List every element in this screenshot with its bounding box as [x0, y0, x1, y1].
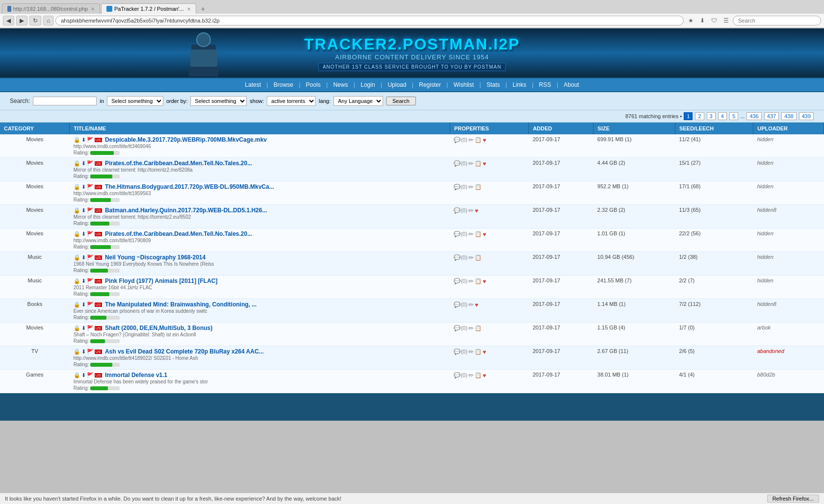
copy-icon[interactable]: 📋	[475, 184, 482, 190]
url-bar[interactable]	[55, 16, 684, 25]
download-icon[interactable]: ⬇	[81, 349, 86, 355]
nav-about[interactable]: About	[560, 81, 583, 88]
torrent-title-link[interactable]: Pirates.of.the.Caribbean.Dead.Men.Tell.N…	[105, 160, 252, 167]
comment-icon[interactable]: 💬(0)	[454, 372, 467, 378]
copy-icon[interactable]: 📋	[475, 231, 482, 237]
torrent-title-link[interactable]: Neil Young ~Discography 1968-2014	[105, 254, 206, 261]
nav-browse[interactable]: Browse	[270, 81, 297, 88]
search-input[interactable]	[33, 97, 97, 105]
search-lang-select[interactable]: Any Language English German	[334, 96, 383, 106]
page-link-436[interactable]: 436	[747, 112, 761, 120]
edit-icon[interactable]: ✏	[468, 277, 474, 285]
home-button[interactable]: ⌂	[43, 16, 53, 25]
comment-icon[interactable]: 💬(0)	[454, 325, 467, 331]
nav-latest[interactable]: Latest	[241, 81, 265, 88]
heart-icon[interactable]: ♥	[483, 160, 486, 167]
edit-icon[interactable]: ✏	[468, 207, 474, 214]
menu-icon[interactable]: ☰	[721, 16, 731, 25]
comment-icon[interactable]: 💬(0)	[454, 278, 467, 284]
copy-icon[interactable]: 📋	[475, 325, 482, 331]
nav-upload[interactable]: Upload	[384, 81, 410, 88]
tab-1[interactable]: http://192.168...080/control.php ✕	[2, 3, 100, 14]
page-link-1[interactable]: 1	[684, 112, 693, 120]
browser-search-input[interactable]	[733, 16, 821, 25]
heart-icon[interactable]: ♥	[475, 207, 478, 214]
forward-button[interactable]: ▶	[16, 16, 27, 25]
search-button[interactable]: Search	[386, 97, 416, 105]
heart-icon[interactable]: ♥	[483, 278, 486, 285]
edit-icon[interactable]: ✏	[468, 254, 474, 261]
torrent-title-link[interactable]: The.Hitmans.Bodyguard.2017.720p.WEB-DL.9…	[105, 183, 274, 190]
copy-icon[interactable]: 📋	[475, 160, 482, 167]
download-icon[interactable]: ⬇	[81, 137, 86, 143]
edit-icon[interactable]: ✏	[468, 348, 474, 355]
torrent-title-link[interactable]: The Manipulated Mind: Brainwashing, Cond…	[105, 301, 257, 308]
tab-2-close[interactable]: ✕	[187, 6, 191, 12]
tab-1-close[interactable]: ✕	[91, 6, 95, 12]
bookmark-icon[interactable]: ★	[686, 16, 695, 25]
search-in-select[interactable]: Select something	[107, 96, 163, 106]
page-link-437[interactable]: 437	[764, 112, 779, 120]
download-icon[interactable]: ⬇	[81, 302, 86, 308]
comment-icon[interactable]: 💬(0)	[454, 160, 467, 167]
edit-icon[interactable]: ✏	[468, 372, 474, 379]
copy-icon[interactable]: 📋	[475, 254, 482, 261]
new-tab-button[interactable]: +	[197, 4, 209, 14]
comment-icon[interactable]: 💬(0)	[454, 207, 467, 214]
edit-icon[interactable]: ✏	[468, 301, 474, 308]
page-link-5[interactable]: 5	[729, 112, 738, 120]
search-show-select[interactable]: active torrents all torrents dead torren…	[267, 96, 316, 106]
edit-icon[interactable]: ✏	[468, 183, 474, 191]
torrent-title-link[interactable]: Shaft (2000, DE,EN,MultiSub, 3 Bonus)	[105, 325, 212, 331]
copy-icon[interactable]: 📋	[475, 137, 482, 143]
copy-icon[interactable]: 📋	[475, 278, 482, 284]
nav-login[interactable]: Login	[357, 81, 379, 88]
torrent-title-link[interactable]: Pirates.of.the.Caribbean.Dead.Men.Tell.N…	[105, 230, 252, 237]
page-link-2[interactable]: 2	[695, 112, 704, 120]
download-icon[interactable]: ⬇	[81, 207, 86, 214]
copy-icon[interactable]: 📋	[475, 372, 482, 378]
heart-icon[interactable]: ♥	[483, 137, 486, 144]
copy-icon[interactable]: 📋	[475, 349, 482, 355]
edit-icon[interactable]: ✏	[468, 325, 474, 332]
nav-pools[interactable]: Pools	[302, 81, 325, 88]
heart-icon[interactable]: ♥	[483, 372, 486, 379]
edit-icon[interactable]: ✏	[468, 230, 474, 238]
torrent-title-link[interactable]: Immortal Defense v1.1	[105, 372, 167, 378]
nav-wishlist[interactable]: Wishlist	[450, 81, 478, 88]
download-icon[interactable]: ⬇	[81, 372, 86, 378]
shield-icon[interactable]: 🛡	[709, 16, 719, 25]
downloads-icon[interactable]: ⬇	[697, 16, 707, 25]
heart-icon[interactable]: ♥	[483, 231, 486, 238]
download-icon[interactable]: ⬇	[81, 160, 86, 167]
page-link-439[interactable]: 439	[799, 112, 814, 120]
page-link-3[interactable]: 3	[707, 112, 716, 120]
nav-links[interactable]: Links	[509, 81, 530, 88]
nav-news[interactable]: News	[329, 81, 352, 88]
download-icon[interactable]: ⬇	[81, 278, 86, 284]
download-icon[interactable]: ⬇	[81, 254, 86, 261]
comment-icon[interactable]: 💬(0)	[454, 302, 467, 308]
tab-2[interactable]: PaTracker 1.7.2 / Postman'... ✕	[101, 3, 196, 14]
comment-icon[interactable]: 💬(0)	[454, 231, 467, 237]
torrent-title-link[interactable]: Pink Floyd (1977) Animals [2011] [FLAC]	[105, 277, 218, 284]
download-icon[interactable]: ⬇	[81, 231, 86, 237]
torrent-title-link[interactable]: Batman.and.Harley.Quinn.2017.720p.WEB-DL…	[105, 207, 267, 214]
edit-icon[interactable]: ✏	[468, 160, 474, 167]
page-link-438[interactable]: 438	[781, 112, 796, 120]
download-icon[interactable]: ⬇	[81, 325, 86, 331]
heart-icon[interactable]: ♥	[483, 349, 486, 355]
comment-icon[interactable]: 💬(0)	[454, 254, 467, 261]
comment-icon[interactable]: 💬(0)	[454, 184, 467, 190]
back-button[interactable]: ◀	[3, 16, 14, 25]
torrent-title-link[interactable]: Despicable.Me.3.2017.720p.WEBRip.700MB.M…	[105, 136, 267, 143]
nav-register[interactable]: Register	[415, 81, 445, 88]
torrent-title-link[interactable]: Ash vs Evil Dead S02 Complete 720p BluRa…	[105, 348, 264, 355]
nav-stats[interactable]: Stats	[483, 81, 504, 88]
nav-rss[interactable]: RSS	[535, 81, 555, 88]
download-icon[interactable]: ⬇	[81, 184, 86, 190]
heart-icon[interactable]: ♥	[475, 302, 478, 308]
edit-icon[interactable]: ✏	[468, 136, 474, 144]
comment-icon[interactable]: 💬(0)	[454, 349, 467, 355]
comment-icon[interactable]: 💬(0)	[454, 137, 467, 143]
